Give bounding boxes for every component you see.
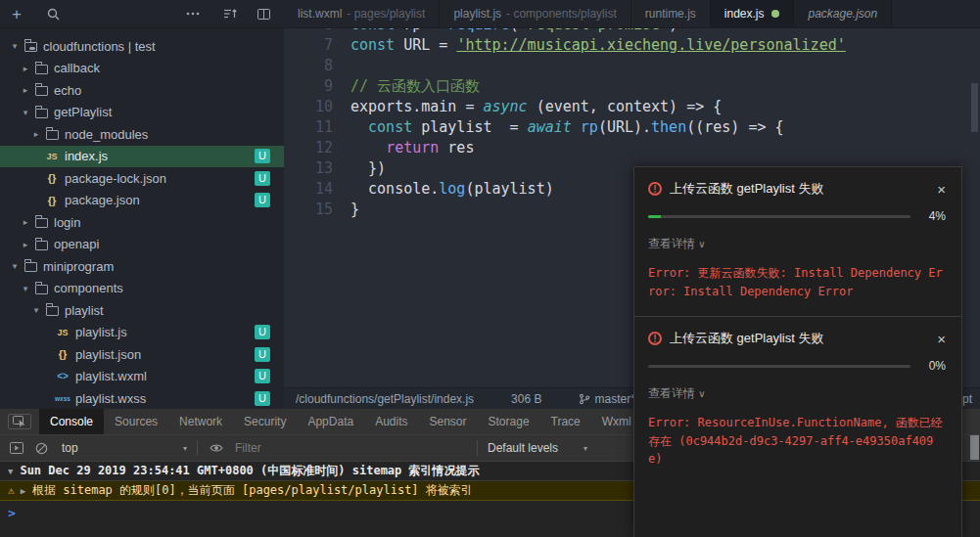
live-expression-eye-icon[interactable] bbox=[210, 442, 223, 454]
more-menu-icon[interactable] bbox=[186, 0, 200, 27]
tab-index.js[interactable]: index.js bbox=[711, 0, 795, 27]
folder-icon bbox=[32, 283, 50, 294]
tab-label: runtime.js bbox=[645, 7, 696, 21]
log-levels-selector[interactable]: Default levels ▾ bbox=[488, 441, 587, 455]
devtools-tabs: ConsoleSourcesNetworkSecurityAppDataAudi… bbox=[39, 409, 642, 434]
untracked-badge: U bbox=[255, 193, 270, 207]
tree-item-label: callback bbox=[54, 61, 100, 75]
tree-item-playlist.wxml[interactable]: <>playlist.wxmlU bbox=[0, 366, 284, 388]
split-editor-icon[interactable] bbox=[257, 0, 270, 27]
devtools-tab-console[interactable]: Console bbox=[39, 409, 104, 434]
toast-title: 上传云函数 getPlaylist 失败 bbox=[670, 330, 929, 347]
tree-item-label: package-lock.json bbox=[65, 171, 166, 186]
tree-item-playlist.json[interactable]: {}playlist.jsonU bbox=[0, 343, 284, 366]
line-number: 14 bbox=[284, 179, 333, 200]
close-icon[interactable]: × bbox=[937, 182, 946, 197]
wxml-icon: <> bbox=[54, 371, 71, 381]
tree-item-callback[interactable]: ▸callback bbox=[0, 58, 284, 80]
folder-icon bbox=[22, 260, 39, 272]
add-icon[interactable]: + bbox=[12, 0, 22, 27]
editor-scrollbar-thumb[interactable] bbox=[971, 83, 978, 132]
tree-item-label: echo bbox=[54, 83, 81, 98]
code-line: 6const rp = require('request-promise') bbox=[284, 27, 980, 35]
tab-list.wxml[interactable]: list.wxml- pages/playlist bbox=[284, 0, 440, 27]
error-icon: ! bbox=[648, 182, 662, 196]
tab-label: playlist.js bbox=[453, 7, 501, 21]
tree-item-label: login bbox=[54, 215, 80, 230]
line-number: 15 bbox=[284, 200, 333, 220]
chevron-down-icon: ▾ bbox=[29, 305, 43, 315]
tree-item-echo[interactable]: ▸echo bbox=[0, 79, 284, 102]
devtools-tab-sources[interactable]: Sources bbox=[104, 409, 168, 434]
tab-runtime.js[interactable]: runtime.js bbox=[631, 0, 711, 27]
tree-item-label: package.json bbox=[65, 193, 140, 207]
devtools-tab-network[interactable]: Network bbox=[168, 409, 233, 434]
context-selector[interactable]: top ▾ bbox=[62, 441, 187, 455]
folder-icon bbox=[32, 107, 50, 118]
js-icon: JS bbox=[54, 328, 71, 337]
tree-item-package.json[interactable]: {}package.jsonU bbox=[0, 190, 284, 212]
error-message: Error: 更新云函数失败: Install Dependency Error… bbox=[648, 264, 946, 300]
view-details-link[interactable]: 查看详情 ∨ bbox=[648, 385, 946, 402]
inspect-element-icon[interactable] bbox=[8, 414, 31, 429]
code-text: exports.main = async (event, context) =>… bbox=[333, 97, 722, 117]
git-branch-icon bbox=[579, 393, 590, 405]
chevron-down-icon: ▾ bbox=[583, 444, 587, 453]
console-scrollbar-thumb[interactable] bbox=[970, 435, 979, 460]
expand-icon[interactable]: ▶ bbox=[21, 486, 25, 496]
js-icon: JS bbox=[43, 152, 61, 161]
notification-toast: !上传云函数 getPlaylist 失败×0%查看详情 ∨Error: Res… bbox=[634, 316, 961, 484]
file-size: 306 B bbox=[511, 392, 541, 406]
devtools-tab-appdata[interactable]: AppData bbox=[297, 409, 364, 434]
line-number: 11 bbox=[284, 117, 333, 138]
view-details-link[interactable]: 查看详情 ∨ bbox=[648, 236, 946, 252]
devtools-tab-security[interactable]: Security bbox=[233, 409, 297, 434]
chevron-right-icon: ▸ bbox=[19, 240, 32, 249]
topbar: + list.wxml- pages/playlistplaylist.js- … bbox=[0, 0, 980, 28]
folder-icon bbox=[43, 304, 61, 316]
tree-item-node-modules[interactable]: ▸node_modules bbox=[0, 123, 284, 146]
tree-item-playlist[interactable]: ▾playlist bbox=[0, 299, 284, 322]
tree-item-components[interactable]: ▾components bbox=[0, 278, 284, 300]
tab-playlist.js[interactable]: playlist.js- components/playlist bbox=[440, 0, 630, 27]
untracked-badge: U bbox=[255, 391, 270, 406]
git-branch[interactable]: master* bbox=[579, 392, 634, 406]
devtools-tab-audits[interactable]: Audits bbox=[364, 409, 418, 434]
log-levels-value: Default levels bbox=[488, 441, 558, 455]
tree-item-miniprogram[interactable]: ▾miniprogram bbox=[0, 255, 284, 278]
line-number: 9 bbox=[284, 76, 333, 97]
tree-item-label: openapi bbox=[54, 237, 99, 251]
upload-progress: 4% bbox=[648, 209, 946, 223]
devtools-tab-sensor[interactable]: Sensor bbox=[419, 409, 478, 434]
tab-package.json[interactable]: package.json bbox=[794, 0, 892, 27]
close-icon[interactable]: × bbox=[937, 332, 946, 346]
notification-toast: !上传云函数 getPlaylist 失败×4%查看详情 ∨Error: 更新云… bbox=[634, 167, 961, 316]
tree-item-package-lock.json[interactable]: {}package-lock.jsonU bbox=[0, 167, 284, 190]
filter-input[interactable] bbox=[233, 440, 467, 456]
toolbar-divider bbox=[197, 440, 198, 456]
tree-item-index.js[interactable]: JSindex.jsU bbox=[0, 146, 284, 168]
tree-item-playlist.js[interactable]: JSplaylist.jsU bbox=[0, 322, 284, 344]
tree-item-openapi[interactable]: ▸openapi bbox=[0, 234, 284, 256]
tree-item-label: index.js bbox=[65, 149, 108, 163]
collapse-icon[interactable]: ▼ bbox=[8, 467, 13, 476]
code-text: console.log(playlist) bbox=[333, 179, 554, 200]
clear-console-icon[interactable] bbox=[35, 442, 48, 455]
code-line: 9// 云函数入口函数 bbox=[284, 76, 980, 97]
folder-icon bbox=[32, 63, 50, 74]
folder-icon bbox=[32, 84, 50, 96]
code-line: 8 bbox=[284, 56, 980, 76]
tree-item-login[interactable]: ▸login bbox=[0, 211, 284, 234]
line-number: 8 bbox=[284, 56, 333, 76]
tree-item-cloudfunctions-test[interactable]: ▾cloudfunctions | test bbox=[0, 35, 284, 58]
tree-item-getplaylist[interactable]: ▾getPlaylist bbox=[0, 102, 284, 124]
chevron-right-icon: ▸ bbox=[19, 217, 32, 227]
devtools-tab-trace[interactable]: Trace bbox=[540, 409, 591, 434]
tree-item-playlist.wxss[interactable]: wxssplaylist.wxssU bbox=[0, 387, 284, 409]
toolbar-divider bbox=[477, 440, 478, 456]
console-sidebar-icon[interactable] bbox=[10, 442, 23, 454]
sort-icon[interactable] bbox=[223, 0, 238, 27]
search-icon[interactable] bbox=[47, 0, 60, 27]
code-text: const playlist = await rp(URL).then((res… bbox=[333, 117, 784, 138]
devtools-tab-storage[interactable]: Storage bbox=[478, 409, 540, 434]
